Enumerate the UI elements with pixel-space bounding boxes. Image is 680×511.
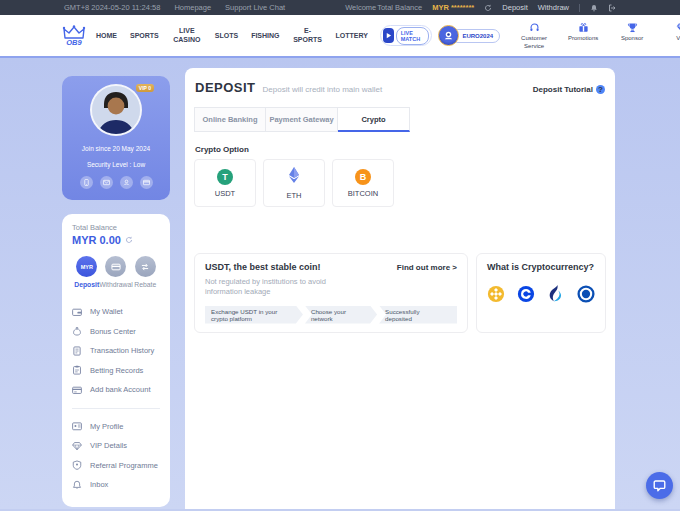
topbar-deposit-link[interactable]: Deposit	[502, 3, 527, 12]
logout-icon[interactable]	[608, 4, 616, 12]
id-card-icon	[72, 421, 82, 431]
customer-service-label: Customer Service	[516, 35, 552, 49]
deposit-tutorial-link[interactable]: Deposit Tutorial ?	[533, 85, 605, 94]
step-exchange: Exchange USDT in your crypto platform	[205, 306, 303, 324]
brand-name: OB9	[66, 38, 81, 47]
notification-bell-icon[interactable]	[590, 4, 598, 12]
nav-item-fishing[interactable]: FISHING	[251, 32, 279, 39]
menu-label: Referral Programme	[90, 461, 158, 470]
eth-icon	[287, 167, 301, 187]
bitcoin-icon: B	[355, 169, 371, 185]
nav-item-sports[interactable]: SPORTS	[130, 32, 159, 39]
vip-level-badge: VIP 0	[136, 84, 154, 92]
nav-item-home[interactable]: HOME	[96, 32, 117, 39]
tab-payment-gateway[interactable]: Payment Gateway	[266, 107, 338, 132]
chat-bubble-icon	[653, 479, 666, 492]
gem-icon	[676, 21, 680, 33]
welcome-text: Welcome	[345, 3, 376, 12]
promotions-label: Promotions	[568, 35, 598, 42]
deposit-action-button[interactable]: MYR Deposit	[73, 256, 101, 288]
wallet-card: Total Balance MYR 0.00 MYR Deposit Withd…	[62, 214, 170, 507]
brand-logo[interactable]: OB9	[62, 25, 86, 47]
topbar-divider	[579, 4, 580, 12]
deposit-panel: DEPOSIT Deposit will credit into main wa…	[185, 68, 615, 509]
nav-item-live-casino[interactable]: LIVE CASINO	[172, 27, 202, 45]
menu-item-add-bank-account[interactable]: Add bank Account	[72, 380, 160, 400]
crypto-option-label: ETH	[287, 191, 302, 200]
wallet-menu: My Wallet Bonus Center Transaction Histo…	[72, 302, 160, 495]
nav-item-lottery[interactable]: LOTTERY	[336, 32, 368, 39]
menu-item-transaction-history[interactable]: Transaction History	[72, 341, 160, 361]
withdrawal-action-button[interactable]: Withdrawal	[102, 256, 130, 288]
myr-coin-icon: MYR	[76, 256, 97, 277]
crypto-option-usdt[interactable]: T USDT	[194, 159, 256, 207]
play-icon	[383, 28, 394, 43]
usdt-info-banner: USDT, the best stable coin! Find out mor…	[194, 253, 468, 333]
vip-button[interactable]: VIP	[663, 21, 680, 42]
sponsor-button[interactable]: Sponsor	[614, 21, 650, 42]
money-bag-icon	[72, 326, 82, 336]
euro2024-button[interactable]: EURO2024	[438, 25, 500, 46]
menu-label: Betting Records	[90, 366, 143, 375]
deposit-action-label: Deposit	[74, 281, 99, 288]
top-utility-bar: GMT+8 2024-05-20 11:24:58 Homepage Suppo…	[0, 0, 680, 15]
masked-balance: MYR ********	[432, 3, 474, 12]
live-match-label: LIVE MATCH	[396, 27, 430, 45]
menu-label: My Wallet	[90, 307, 123, 316]
crypto-exchange-icon[interactable]	[577, 285, 595, 303]
phone-verify-icon[interactable]	[80, 176, 93, 189]
trophy-icon	[627, 21, 638, 33]
avatar[interactable]	[90, 84, 142, 136]
join-date-text: Join since 20 May 2024	[62, 145, 170, 152]
withdrawal-action-label: Withdrawal	[99, 281, 133, 288]
tab-online-banking[interactable]: Online Banking	[194, 107, 266, 132]
page-title: DEPOSIT	[195, 80, 256, 95]
transfer-arrows-icon	[135, 256, 156, 277]
clipboard-icon	[72, 365, 82, 375]
menu-divider	[72, 408, 160, 409]
card-icon	[105, 256, 126, 277]
diamond-icon	[72, 441, 82, 451]
menu-item-vip-details[interactable]: VIP Details	[72, 436, 160, 456]
total-balance-label: Total Balance	[72, 223, 160, 232]
menu-item-bonus-center[interactable]: Bonus Center	[72, 322, 160, 342]
coinbase-icon[interactable]	[517, 285, 535, 303]
find-out-more-link[interactable]: Find out more >	[397, 263, 457, 272]
vip-label: VIP	[676, 35, 680, 42]
card-verify-icon[interactable]	[140, 176, 153, 189]
menu-item-inbox[interactable]: Inbox	[72, 475, 160, 495]
document-icon	[72, 346, 82, 356]
menu-item-referral-programme[interactable]: Referral Programme	[72, 456, 160, 476]
total-balance-label: Total Balance	[377, 3, 422, 12]
help-icon: ?	[596, 85, 605, 94]
menu-item-my-profile[interactable]: My Profile	[72, 417, 160, 437]
topbar-withdraw-link[interactable]: Withdraw	[538, 3, 569, 12]
menu-item-my-wallet[interactable]: My Wallet	[72, 302, 160, 322]
deposit-steps: Exchange USDT in your crypto platform Ch…	[205, 306, 457, 324]
live-match-button[interactable]: LIVE MATCH	[380, 25, 432, 46]
profile-card: VIP 0 Join since 20 May 2024 Security Le…	[62, 76, 170, 200]
gift-icon	[578, 21, 589, 33]
nav-item-esports[interactable]: E-SPORTS	[293, 27, 323, 45]
huobi-icon[interactable]	[547, 285, 565, 303]
binance-icon[interactable]	[487, 285, 505, 303]
identity-verify-icon[interactable]	[120, 176, 133, 189]
sidebar: VIP 0 Join since 20 May 2024 Security Le…	[62, 76, 170, 507]
crypto-option-bitcoin[interactable]: B BITCOIN	[332, 159, 394, 207]
live-chat-button[interactable]	[646, 472, 673, 499]
promotions-button[interactable]: Promotions	[565, 21, 601, 42]
refresh-icon[interactable]	[484, 4, 492, 12]
support-live-chat-link[interactable]: Support Live Chat	[225, 3, 285, 12]
tab-crypto[interactable]: Crypto	[338, 107, 410, 132]
email-verify-icon[interactable]	[100, 176, 113, 189]
refresh-balance-icon[interactable]	[125, 236, 133, 244]
nav-item-slots[interactable]: SLOTS	[215, 32, 238, 39]
customer-service-button[interactable]: Customer Service	[516, 21, 552, 49]
wallet-icon	[72, 307, 82, 317]
rebate-action-button[interactable]: Rebate	[131, 256, 159, 288]
bank-card-icon	[72, 385, 82, 395]
crypto-option-eth[interactable]: ETH	[263, 159, 325, 207]
deposit-method-tabs: Online Banking Payment Gateway Crypto	[194, 107, 606, 132]
homepage-link[interactable]: Homepage	[174, 3, 211, 12]
menu-item-betting-records[interactable]: Betting Records	[72, 361, 160, 381]
